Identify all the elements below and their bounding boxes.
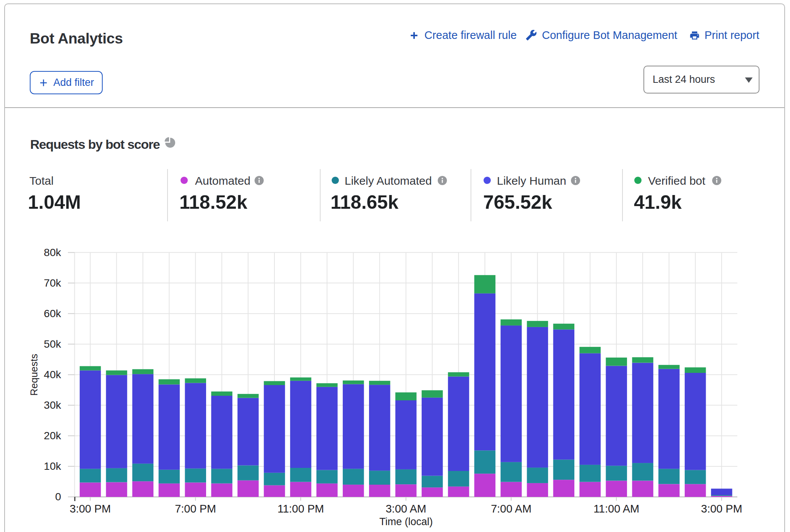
svg-text:3:00 PM: 3:00 PM [701, 503, 742, 515]
svg-text:60k: 60k [44, 308, 61, 319]
svg-text:50k: 50k [44, 338, 61, 350]
svg-text:10k: 10k [44, 460, 61, 472]
svg-text:30k: 30k [44, 399, 61, 411]
svg-text:Requests: Requests [28, 354, 40, 396]
svg-text:20k: 20k [44, 430, 61, 442]
svg-text:3:00 AM: 3:00 AM [385, 503, 426, 515]
svg-text:80k: 80k [44, 247, 61, 258]
svg-text:11:00 PM: 11:00 PM [277, 503, 324, 515]
svg-text:Time (local): Time (local) [379, 516, 433, 527]
svg-text:70k: 70k [44, 277, 61, 289]
svg-text:0: 0 [55, 491, 61, 503]
svg-text:7:00 AM: 7:00 AM [491, 503, 531, 515]
svg-text:11:00 AM: 11:00 AM [593, 503, 639, 515]
svg-text:3:00 PM: 3:00 PM [70, 503, 111, 515]
svg-text:40k: 40k [44, 369, 61, 380]
svg-text:7:00 PM: 7:00 PM [175, 503, 216, 515]
